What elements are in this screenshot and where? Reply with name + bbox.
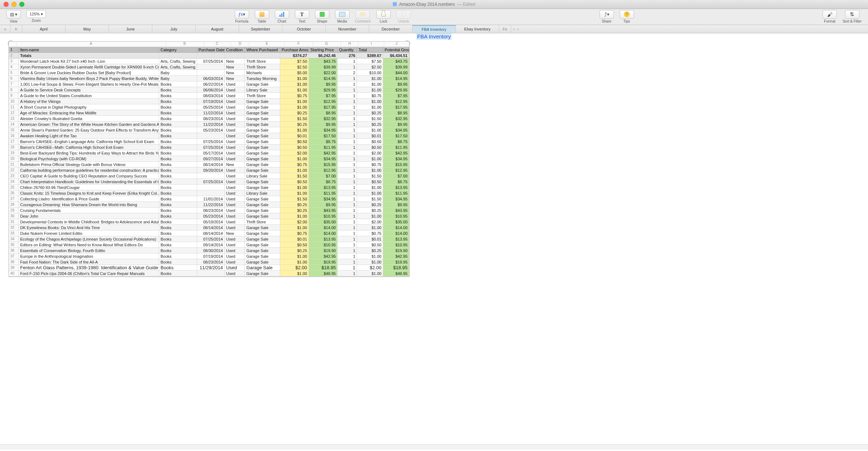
cell[interactable]: 06/22/2014 [197, 81, 225, 87]
cell[interactable]: $8.95 [383, 110, 409, 116]
cell[interactable]: A Short Course in Digital Photography [19, 104, 159, 110]
cell[interactable]: $12.95 [383, 99, 409, 104]
cell[interactable]: $1.00 [357, 87, 383, 93]
cell[interactable]: Books [159, 259, 197, 265]
cell[interactable]: Garage Sale [245, 202, 280, 208]
cell[interactable]: $0.75 [280, 93, 309, 99]
cell[interactable]: $29.95 [383, 87, 409, 93]
cell[interactable]: Books [159, 236, 197, 242]
cell[interactable]: 07/25/2014 [197, 179, 225, 185]
cell[interactable]: $1.00 [357, 156, 383, 162]
cell[interactable]: Used [225, 150, 245, 156]
cell[interactable]: $0.50 [357, 139, 383, 144]
cell[interactable]: $9.95 [383, 122, 409, 127]
cell[interactable]: 08/23/2014 [197, 259, 225, 265]
cell[interactable]: $0.50 [280, 139, 309, 144]
cell[interactable]: $14.00 [309, 231, 338, 236]
cell[interactable]: $1.00 [357, 225, 383, 231]
cell[interactable]: $0.25 [280, 122, 309, 127]
col-letter[interactable]: D [231, 42, 249, 47]
text-button[interactable]: T [295, 10, 309, 19]
cell[interactable]: $1.00 [280, 99, 309, 104]
cell[interactable]: Editors on Editing: What Writers Need to… [19, 242, 159, 248]
cell[interactable]: Vitamins Baby Unisex-baby Newborn Boys 2… [19, 76, 159, 81]
cell[interactable]: $14.00 [309, 225, 338, 231]
cell[interactable]: $2.00 [280, 265, 309, 271]
cell[interactable]: $44.00 [383, 70, 409, 76]
cell[interactable]: Dear John [19, 213, 159, 219]
cell[interactable]: $32.95 [383, 116, 409, 122]
minimize-button[interactable] [11, 2, 16, 7]
cell[interactable]: Garage Sale [245, 208, 280, 213]
cell[interactable]: $1.00 [280, 190, 309, 196]
cell[interactable]: 276 [338, 53, 357, 58]
cell[interactable]: Books [159, 167, 197, 173]
cell[interactable]: $7.95 [383, 93, 409, 99]
cell[interactable]: Fast Food Nation: The Dark Side of the A… [19, 259, 159, 265]
cell[interactable]: $13.95 [309, 185, 338, 190]
cell[interactable]: Used [225, 104, 245, 110]
cell[interactable]: 1 [338, 93, 357, 99]
cell[interactable]: Garage Sale [245, 179, 280, 185]
cell[interactable] [197, 70, 225, 76]
cell[interactable]: 1 [338, 248, 357, 253]
cell[interactable]: Books [159, 104, 197, 110]
tips-button[interactable]: ? [620, 10, 634, 19]
cell[interactable]: Used [225, 253, 245, 259]
cell[interactable]: $1.00 [357, 99, 383, 104]
cell[interactable]: Books [159, 208, 197, 213]
cell[interactable]: 08/03/2014 [197, 93, 225, 99]
cell[interactable]: Total [357, 47, 383, 53]
cell[interactable]: Purchase Date [197, 47, 225, 53]
cell[interactable]: Purchase Amount [280, 47, 309, 53]
cell[interactable]: 11/22/2014 [197, 110, 225, 116]
cell[interactable]: Garage Sale [245, 185, 280, 190]
cell[interactable]: $12.95 [383, 167, 409, 173]
cell[interactable]: Books [159, 116, 197, 122]
cell[interactable]: Arts, Crafts, Sewing [159, 58, 197, 64]
cell[interactable]: $0.25 [280, 248, 309, 253]
cell[interactable]: 09/14/2014 [197, 242, 225, 248]
tabs-next-button[interactable]: › [518, 27, 519, 31]
cell[interactable]: $1.00 [357, 271, 383, 276]
cell[interactable]: 1 [338, 196, 357, 202]
format-button[interactable]: 🖌 [822, 10, 837, 19]
cell[interactable]: 1 [338, 99, 357, 104]
cell[interactable]: Biological Psychology (with CD-ROM) [19, 156, 159, 162]
col-letter[interactable]: A [16, 42, 166, 47]
cell[interactable]: Baby [159, 70, 197, 76]
cell[interactable]: $11.95 [309, 144, 338, 150]
cell[interactable]: $42.95 [309, 150, 338, 156]
cell[interactable]: $1.50 [357, 116, 383, 122]
cell[interactable]: 09/20/2014 [197, 167, 225, 173]
cell[interactable] [197, 271, 225, 276]
cell[interactable]: Used [225, 196, 245, 202]
cell[interactable]: New [225, 70, 245, 76]
cell[interactable]: Used [225, 139, 245, 144]
sheet-tab[interactable]: Ebay Inventory [456, 25, 499, 33]
cell[interactable]: 08/14/2014 [197, 225, 225, 231]
cell[interactable]: Used [225, 242, 245, 248]
cell[interactable]: $2.00 [280, 150, 309, 156]
cell[interactable]: Books [159, 202, 197, 208]
cell[interactable]: 1 [338, 185, 357, 190]
cell[interactable]: $39.99 [309, 64, 338, 70]
cell[interactable]: $1.00 [280, 167, 309, 173]
cell[interactable]: $1.00 [280, 213, 309, 219]
cell[interactable]: $0.25 [357, 248, 383, 253]
cell[interactable]: $35.00 [383, 219, 409, 225]
cell[interactable]: $9.95 [309, 202, 338, 208]
horizontal-scrollbar[interactable] [0, 444, 868, 450]
cell[interactable]: Europe in the Anthropological Imaginatio… [19, 253, 159, 259]
row-number[interactable]: 5 [9, 70, 19, 76]
cell[interactable]: Books [159, 133, 197, 139]
cell[interactable]: Used [225, 144, 245, 150]
cell[interactable]: 11/29/2014 [197, 265, 225, 271]
cell[interactable]: 07/19/2014 [197, 253, 225, 259]
cell[interactable]: 07/25/2014 [197, 236, 225, 242]
row-number[interactable]: 11 [9, 104, 19, 110]
cell[interactable]: Books [159, 253, 197, 259]
row-number[interactable]: 32 [9, 225, 19, 231]
cell[interactable]: Bride & Groom Love Duckies Rubber Ducks … [19, 70, 159, 76]
row-number[interactable]: 14 [9, 122, 19, 127]
